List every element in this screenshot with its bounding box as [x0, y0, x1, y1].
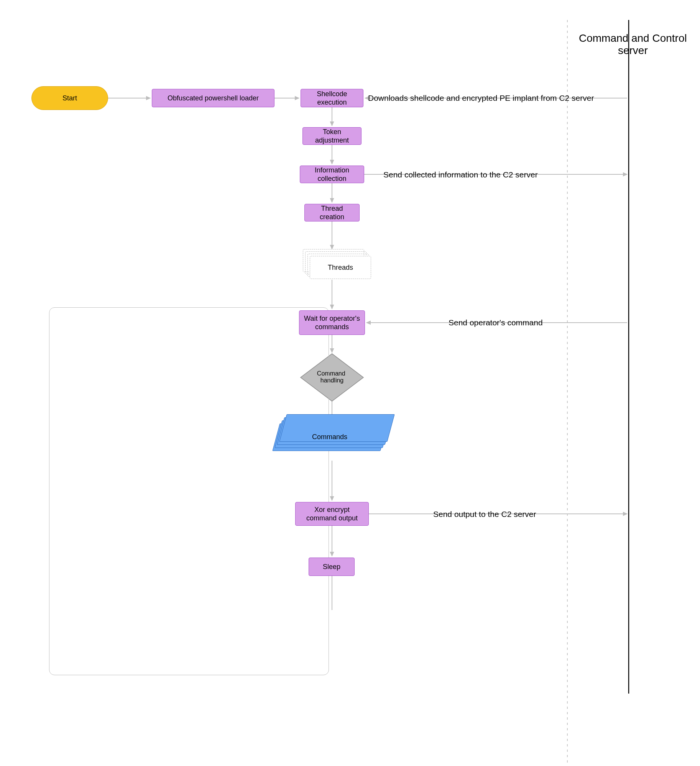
- diagram-stage: Command handling Command and Control ser…: [0, 0, 700, 766]
- node-info-collection: Information collection: [300, 166, 364, 183]
- node-loader: Obfuscated powershell loader: [152, 89, 274, 107]
- label-shellcode-to-c2: Downloads shellcode and encrypted PE imp…: [368, 93, 594, 103]
- node-sleep-label: Sleep: [323, 563, 340, 571]
- node-shellcode: Shellcode execution: [301, 89, 363, 107]
- node-threads: Threads: [310, 256, 371, 279]
- label-xor-to-c2: Send output to the C2 server: [433, 510, 536, 519]
- node-thread-creation: Thread creation: [304, 204, 360, 221]
- node-info-collection-label: Information collection: [304, 166, 360, 183]
- node-token-label: Token adjustment: [307, 128, 357, 145]
- node-loader-label: Obfuscated powershell loader: [168, 94, 259, 103]
- node-threads-label: Threads: [328, 263, 353, 272]
- node-start: Start: [31, 86, 108, 110]
- node-thread-creation-label: Thread creation: [309, 204, 355, 221]
- label-c2-to-wait: Send operator's command: [449, 318, 543, 327]
- node-token: Token adjustment: [302, 127, 362, 145]
- node-wait-commands: Wait for operator's commands: [299, 310, 365, 335]
- node-xor-label: Xor encrypt command output: [299, 505, 365, 523]
- node-wait-commands-label: Wait for operator's commands: [303, 314, 361, 331]
- node-xor: Xor encrypt command output: [295, 502, 369, 526]
- node-start-label: Start: [62, 94, 77, 103]
- loop-container: [49, 307, 329, 675]
- c2-title: Command and Control server: [579, 32, 687, 57]
- node-sleep: Sleep: [309, 558, 355, 576]
- node-commands-layer: [279, 414, 394, 442]
- label-info-to-c2: Send collected information to the C2 ser…: [383, 170, 538, 179]
- node-shellcode-label: Shellcode execution: [305, 90, 359, 107]
